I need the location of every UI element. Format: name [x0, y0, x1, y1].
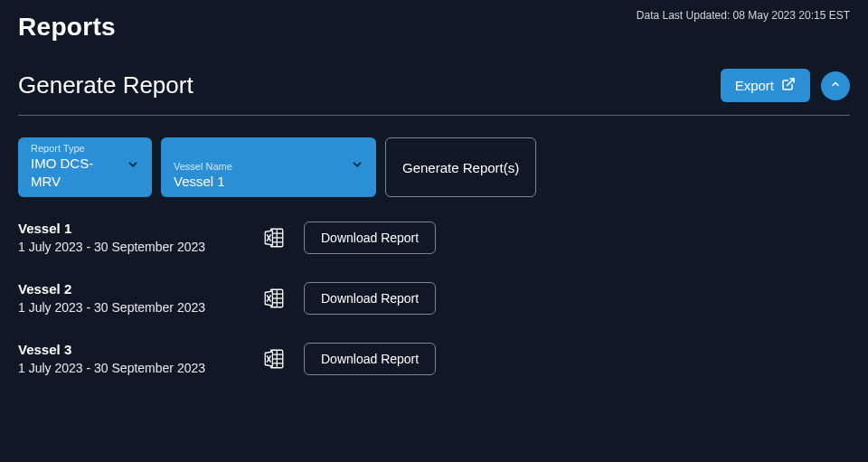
report-row: Vessel 3 1 July 2023 - 30 September 2023…	[18, 342, 850, 375]
export-button[interactable]: Export	[721, 69, 810, 102]
generate-reports-button[interactable]: Generate Report(s)	[385, 137, 536, 197]
download-report-button[interactable]: Download Report	[304, 282, 436, 315]
collapse-toggle-button[interactable]	[821, 71, 850, 100]
report-list: Vessel 1 1 July 2023 - 30 September 2023…	[0, 197, 868, 375]
vessel-name-dropdown[interactable]: Vessel Name Vessel 1	[161, 137, 376, 197]
excel-file-icon	[262, 226, 286, 250]
vessel-name-value: Vessel 1	[174, 173, 232, 191]
last-updated-text: Data Last Updated: 08 May 2023 20:15 EST	[637, 9, 850, 22]
report-name: Vessel 3	[18, 342, 262, 357]
vessel-name-label: Vessel Name	[174, 161, 232, 173]
excel-file-icon	[262, 287, 286, 310]
report-type-label: Report Type	[31, 143, 112, 155]
report-type-value: IMO DCS-MRV	[31, 155, 112, 190]
download-report-button[interactable]: Download Report	[304, 222, 436, 254]
svg-line-0	[788, 79, 794, 85]
excel-file-icon	[262, 347, 286, 371]
report-row: Vessel 1 1 July 2023 - 30 September 2023…	[18, 221, 850, 254]
report-period: 1 July 2023 - 30 September 2023	[18, 300, 262, 315]
export-button-label: Export	[735, 78, 774, 93]
report-type-dropdown[interactable]: Report Type IMO DCS-MRV	[18, 137, 152, 197]
report-period: 1 July 2023 - 30 September 2023	[18, 361, 262, 375]
external-link-icon	[781, 77, 796, 94]
section-title: Generate Report	[18, 71, 193, 99]
download-report-button[interactable]: Download Report	[304, 343, 436, 375]
report-name: Vessel 2	[18, 281, 262, 297]
chevron-down-icon	[351, 158, 363, 174]
chevron-up-icon	[830, 79, 841, 92]
report-period: 1 July 2023 - 30 September 2023	[18, 240, 262, 254]
report-name: Vessel 1	[18, 221, 262, 236]
report-row: Vessel 2 1 July 2023 - 30 September 2023…	[18, 281, 850, 315]
chevron-down-icon	[127, 158, 139, 174]
